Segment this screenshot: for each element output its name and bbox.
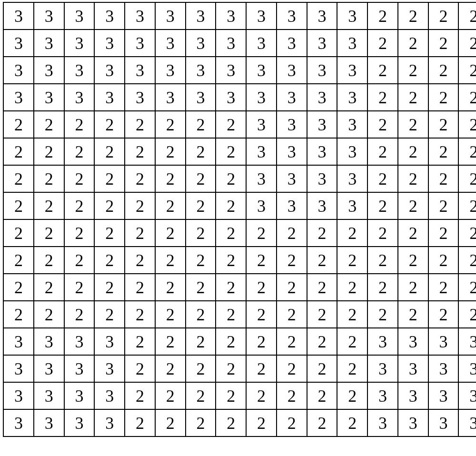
grid-cell: 2 [428, 111, 459, 138]
grid-cell: 2 [125, 328, 155, 355]
grid-cell: 2 [458, 57, 476, 84]
grid-cell: 3 [3, 355, 34, 382]
grid-cell: 3 [94, 30, 125, 57]
grid-cell: 2 [307, 219, 337, 247]
grid-cell: 3 [125, 30, 155, 57]
grid-cell: 2 [367, 138, 398, 165]
grid-cell: 2 [155, 138, 186, 165]
grid-cell: 2 [125, 355, 155, 382]
grid-cell: 2 [398, 138, 428, 165]
grid-cell: 2 [337, 382, 367, 409]
grid-cell: 2 [277, 355, 307, 382]
grid-cell: 3 [155, 30, 186, 57]
number-grid: 3333333333332222333333333333222233333333… [3, 2, 476, 437]
grid-cell: 3 [125, 84, 155, 111]
grid-cell: 2 [246, 274, 277, 301]
grid-cell: 2 [64, 247, 95, 274]
grid-cell: 3 [216, 84, 246, 111]
grid-cell: 2 [3, 274, 34, 301]
grid-row: 2222222222222222 [3, 219, 476, 247]
grid-cell: 3 [3, 2, 34, 30]
grid-cell: 3 [3, 409, 34, 436]
grid-row: 2222222233332222 [3, 192, 476, 219]
grid-cell: 2 [186, 192, 216, 219]
grid-cell: 2 [458, 247, 476, 274]
grid-cell: 2 [3, 301, 34, 328]
grid-cell: 2 [34, 301, 64, 328]
grid-cell: 3 [34, 328, 64, 355]
grid-cell: 2 [307, 409, 337, 436]
grid-cell: 2 [94, 301, 125, 328]
grid-cell: 2 [125, 219, 155, 247]
grid-cell: 3 [458, 382, 476, 409]
grid-cell: 2 [64, 192, 95, 219]
grid-cell: 3 [398, 355, 428, 382]
grid-cell: 3 [64, 57, 95, 84]
grid-cell: 3 [94, 84, 125, 111]
grid-cell: 2 [367, 84, 398, 111]
grid-cell: 3 [277, 192, 307, 219]
grid-cell: 2 [398, 30, 428, 57]
grid-cell: 3 [277, 57, 307, 84]
grid-cell: 3 [398, 328, 428, 355]
grid-cell: 3 [186, 2, 216, 30]
grid-cell: 2 [307, 328, 337, 355]
grid-cell: 3 [337, 57, 367, 84]
grid-cell: 2 [277, 219, 307, 247]
grid-cell: 2 [125, 382, 155, 409]
grid-cell: 2 [34, 274, 64, 301]
grid-cell: 2 [3, 192, 34, 219]
grid-cell: 2 [428, 30, 459, 57]
grid-cell: 2 [216, 111, 246, 138]
grid-cell: 3 [277, 138, 307, 165]
grid-cell: 3 [94, 382, 125, 409]
grid-cell: 2 [428, 274, 459, 301]
grid-cell: 2 [277, 409, 307, 436]
grid-cell: 2 [458, 138, 476, 165]
grid-cell: 3 [216, 57, 246, 84]
grid-cell: 3 [64, 355, 95, 382]
grid-cell: 2 [246, 247, 277, 274]
grid-cell: 3 [277, 30, 307, 57]
grid-cell: 2 [64, 138, 95, 165]
grid-cell: 2 [337, 247, 367, 274]
grid-cell: 2 [155, 301, 186, 328]
grid-cell: 2 [155, 111, 186, 138]
grid-cell: 3 [216, 30, 246, 57]
grid-cell: 2 [246, 219, 277, 247]
grid-cell: 2 [125, 111, 155, 138]
grid-cell: 2 [246, 301, 277, 328]
grid-cell: 2 [64, 165, 95, 192]
grid-cell: 2 [34, 111, 64, 138]
grid-row: 3333333333332222 [3, 30, 476, 57]
grid-cell: 3 [246, 192, 277, 219]
grid-cell: 2 [186, 247, 216, 274]
grid-cell: 2 [428, 57, 459, 84]
grid-cell: 3 [3, 30, 34, 57]
grid-cell: 2 [34, 138, 64, 165]
grid-cell: 3 [246, 84, 277, 111]
grid-cell: 2 [337, 355, 367, 382]
grid-cell: 2 [64, 111, 95, 138]
grid-cell: 2 [94, 192, 125, 219]
grid-cell: 2 [428, 247, 459, 274]
grid-row: 3333222222223333 [3, 382, 476, 409]
grid-cell: 3 [186, 30, 216, 57]
grid-cell: 2 [337, 328, 367, 355]
grid-cell: 2 [367, 57, 398, 84]
grid-cell: 2 [216, 165, 246, 192]
grid-cell: 3 [34, 355, 64, 382]
grid-cell: 2 [428, 138, 459, 165]
grid-cell: 2 [155, 247, 186, 274]
grid-cell: 2 [458, 111, 476, 138]
grid-cell: 3 [94, 409, 125, 436]
grid-cell: 2 [367, 30, 398, 57]
grid-cell: 2 [428, 219, 459, 247]
grid-cell: 2 [216, 355, 246, 382]
grid-cell: 2 [277, 328, 307, 355]
grid-cell: 2 [186, 409, 216, 436]
grid-cell: 2 [125, 274, 155, 301]
grid-cell: 2 [337, 274, 367, 301]
grid-cell: 3 [307, 57, 337, 84]
grid-cell: 2 [246, 409, 277, 436]
